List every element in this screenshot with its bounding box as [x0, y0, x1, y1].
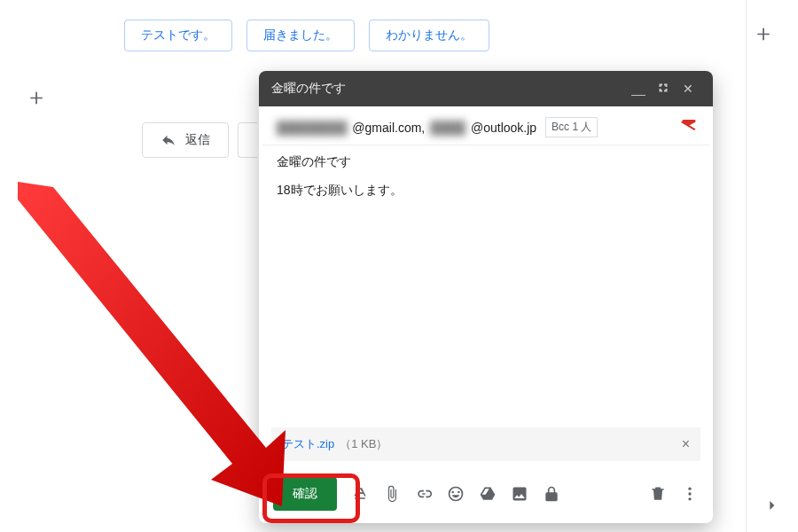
discard-icon[interactable]: [649, 485, 667, 503]
svg-point-0: [688, 488, 691, 490]
reply-icon: [160, 132, 176, 148]
minimize-icon[interactable]: __: [626, 82, 651, 96]
forward-button-fragment: [238, 122, 257, 158]
body-line: 18時でお願いします。: [277, 183, 695, 199]
attachment-name: テスト.zip: [282, 436, 334, 452]
more-icon[interactable]: [681, 485, 699, 503]
formatting-icon[interactable]: [351, 485, 369, 503]
subject-field[interactable]: 金曜の件です: [262, 145, 709, 179]
smart-reply-chip[interactable]: わかりません。: [369, 20, 489, 51]
recipient-redacted: ████: [430, 121, 466, 135]
recipient-domain: @gmail.com,: [352, 121, 425, 135]
emoji-icon[interactable]: [447, 485, 465, 503]
reply-label: 返信: [185, 132, 210, 148]
link-icon[interactable]: [415, 485, 433, 503]
image-icon[interactable]: [511, 485, 528, 503]
attachment-chip[interactable]: テスト.zip （1 KB） ×: [271, 427, 700, 461]
smart-reply-chip[interactable]: テストです。: [124, 20, 232, 51]
recipient-domain: @outlook.jp: [471, 121, 536, 135]
message-body[interactable]: 18時でお願いします。: [262, 179, 709, 427]
collapse-panel-icon[interactable]: [763, 497, 780, 518]
compose-title-text: 金曜の件です: [271, 81, 346, 97]
recipients-row[interactable]: ████████ @gmail.com, ████ @outlook.jp Bc…: [262, 106, 709, 145]
compose-window: 金曜の件です __ ✕ ████████ @gmail.com, ████ @o…: [259, 71, 713, 523]
remove-attachment-icon[interactable]: ×: [682, 436, 690, 452]
recipient-redacted: ████████: [277, 121, 347, 135]
attach-icon[interactable]: [383, 485, 401, 503]
bcc-chip[interactable]: Bcc 1 人: [545, 117, 598, 137]
svg-point-1: [688, 492, 691, 495]
svg-point-2: [688, 497, 691, 500]
confidential-icon[interactable]: [543, 485, 560, 503]
confidential-off-icon[interactable]: [681, 117, 697, 136]
reply-button[interactable]: 返信: [142, 122, 229, 158]
svg-marker-3: [18, 182, 286, 506]
side-panel-divider: [746, 0, 747, 532]
send-button[interactable]: 確認: [273, 477, 337, 511]
smart-reply-chip[interactable]: 届きました。: [246, 20, 355, 51]
drive-icon[interactable]: [479, 485, 497, 503]
add-label-icon[interactable]: ＋: [25, 82, 48, 113]
attachment-size: （1 KB）: [340, 436, 387, 452]
compose-toolbar: 確認: [259, 468, 713, 523]
fullscreen-icon[interactable]: [651, 82, 676, 96]
close-icon[interactable]: ✕: [676, 82, 700, 96]
add-panel-icon[interactable]: ＋: [752, 18, 775, 49]
compose-titlebar[interactable]: 金曜の件です __ ✕: [259, 71, 713, 106]
